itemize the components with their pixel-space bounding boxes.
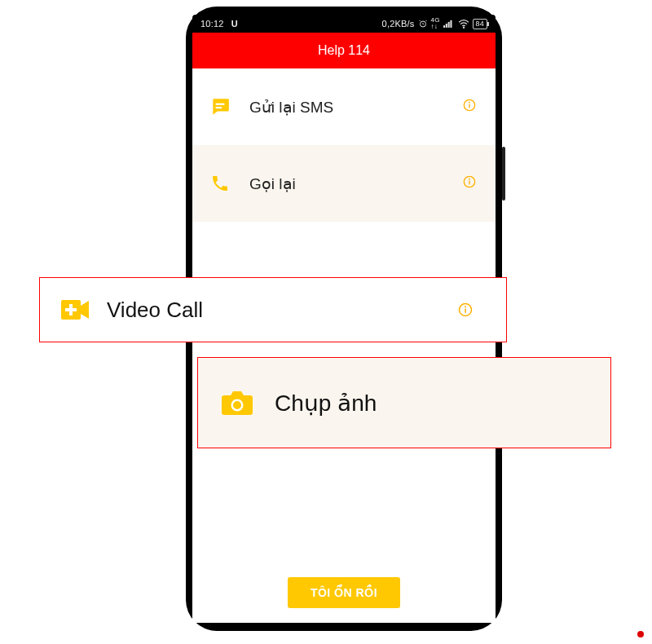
im-ok-button[interactable]: TÔI ỔN RỒI xyxy=(288,577,400,608)
list-item-label: Gửi lại SMS xyxy=(249,98,463,117)
svg-point-12 xyxy=(469,179,470,180)
svg-rect-1 xyxy=(443,25,445,28)
svg-rect-13 xyxy=(469,181,469,185)
info-icon[interactable] xyxy=(463,174,476,192)
svg-point-9 xyxy=(469,102,470,104)
corner-marker xyxy=(637,631,644,637)
svg-rect-4 xyxy=(450,20,452,28)
camera-icon xyxy=(221,388,253,417)
wifi-icon xyxy=(458,19,469,29)
callout-label: Video Call xyxy=(107,298,449,323)
list-item-call[interactable]: Gọi lại xyxy=(192,145,496,222)
info-icon[interactable] xyxy=(449,302,482,317)
svg-rect-22 xyxy=(465,309,466,313)
power-button xyxy=(502,147,505,201)
svg-rect-7 xyxy=(216,107,222,108)
clock: 10:12 xyxy=(200,19,224,29)
svg-rect-6 xyxy=(216,104,225,105)
battery-icon: 84 xyxy=(473,19,487,29)
alarm-icon xyxy=(418,19,428,29)
svg-rect-3 xyxy=(447,22,449,28)
phone-icon xyxy=(209,172,231,195)
battery-level: 84 xyxy=(476,20,484,28)
svg-rect-10 xyxy=(469,104,469,108)
status-bar: 10:12 U 0,2KB/s 4G↑↓ 84 xyxy=(192,15,496,33)
data-rate: 0,2KB/s xyxy=(382,19,415,29)
status-left: 10:12 U xyxy=(200,19,238,29)
svg-rect-19 xyxy=(65,308,77,311)
carrier-icon: U xyxy=(231,19,238,29)
app-bar: Help 114 xyxy=(192,33,496,68)
callout-take-photo[interactable]: Chụp ảnh xyxy=(197,357,611,448)
status-right: 0,2KB/s 4G↑↓ 84 xyxy=(382,17,487,30)
svg-point-24 xyxy=(233,401,241,409)
svg-point-21 xyxy=(465,306,466,307)
list-item-sms[interactable]: Gửi lại SMS xyxy=(192,68,496,145)
network-4g-icon: 4G↑↓ xyxy=(431,17,440,30)
cta-area: TÔI ỔN RỒI xyxy=(192,571,496,623)
svg-rect-2 xyxy=(445,24,447,28)
list-item-label: Gọi lại xyxy=(249,174,463,193)
signal-icon xyxy=(443,19,455,29)
app-title: Help 114 xyxy=(318,43,370,58)
callout-video-call[interactable]: Video Call xyxy=(39,277,507,342)
callout-label: Chụp ảnh xyxy=(275,390,377,417)
video-plus-icon xyxy=(61,298,89,322)
sms-icon xyxy=(209,95,231,118)
info-icon[interactable] xyxy=(463,98,476,116)
svg-point-5 xyxy=(463,27,464,28)
